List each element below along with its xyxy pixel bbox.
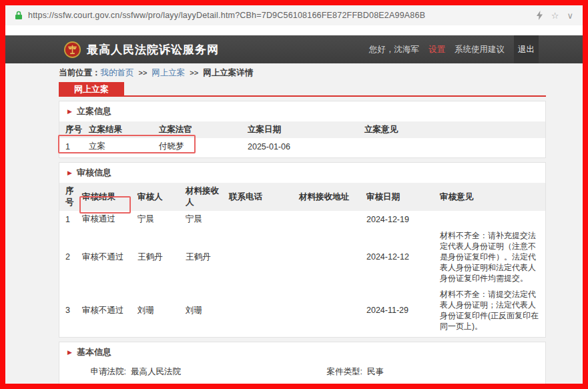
col-seq: 序号	[59, 121, 89, 138]
col-filing-date: 立案日期	[248, 121, 364, 138]
breadcrumb-separator: >>	[139, 69, 148, 77]
col-review-opinion: 审核意见	[440, 183, 545, 211]
col-review-date: 审核日期	[366, 183, 440, 211]
col-material-address: 材料接收地址	[299, 183, 366, 211]
url-field[interactable]: https://ssfw.court.gov.cn/ssfww/pro/layy…	[28, 11, 536, 20]
section-title-text: 审核信息	[77, 167, 111, 179]
field-value: 最高人民法院	[131, 366, 181, 378]
cell-material-receiver: 刘珊	[186, 286, 229, 334]
page-body: 当前位置： 我的首页 >> 网上立案 >> 网上立案详情 网上立案 ▶ 立案信息	[5, 63, 583, 389]
field-apply-court: 申请法院: 最高人民法院	[59, 366, 302, 378]
screenshot-frame: https://ssfw.court.gov.cn/ssfww/pro/layy…	[0, 0, 588, 389]
cell-review-result: 审核不通过	[82, 228, 137, 286]
table-row: 3 审核不通过 刘珊 刘珊 2024-11-29 材料不齐全：请提交法定代表人身…	[59, 286, 545, 334]
breadcrumb-separator: >>	[190, 69, 198, 77]
filing-section-title: ▶ 立案信息	[59, 101, 545, 121]
cell-review-opinion: 材料不齐全：请提交法定代表人身份证明；法定代表人身份证复印件(正反面复印在同一页…	[440, 286, 545, 334]
field-value: 是	[131, 386, 139, 389]
chevron-down-icon[interactable]: ∨	[567, 11, 573, 20]
cell-material-receiver: 宁晨	[186, 211, 229, 228]
review-section-title: ▶ 审核信息	[59, 163, 545, 183]
cell-review-date: 2024-12-12	[366, 228, 440, 286]
cell-seq: 1	[59, 211, 82, 228]
cell-review-opinion: 材料不齐全：请补充提交法定代表人身份证明（注意不是身份证复印件）。法定代表人身份…	[440, 228, 545, 286]
cell-review-opinion	[440, 211, 545, 228]
breadcrumb-label: 当前位置：	[59, 67, 101, 79]
field-label: 是否环资:	[302, 386, 362, 389]
col-filing-judge: 立案法官	[159, 121, 248, 138]
cell-filing-judge: 付晓梦	[159, 138, 248, 155]
basic-info-panel: ▶ 基本信息 申请法院: 最高人民法院 案件类型: 民事 是否知识产权:	[59, 342, 546, 389]
site-header: 最高人民法院诉讼服务网 您好，沈海军 设置 系统使用建议 退出	[5, 35, 583, 63]
section-title-text: 立案信息	[77, 105, 111, 117]
review-info-panel: ▶ 审核信息 序号 审核结果 审核人 材料接收人 联系电话 材料接收地址 审核日…	[59, 162, 546, 338]
cell-phone	[229, 286, 299, 334]
logout-button[interactable]: 退出	[514, 35, 539, 63]
cell-phone	[229, 228, 299, 286]
cell-review-date: 2024-12-19	[366, 211, 440, 228]
bookmark-star-icon[interactable]: ☆	[551, 11, 559, 20]
col-material-receiver: 材料接收人	[186, 183, 229, 211]
filing-header-row: 序号 立案结果 立案法官 立案日期 立案意见	[59, 121, 545, 138]
breadcrumb: 当前位置： 我的首页 >> 网上立案 >> 网上立案详情	[5, 63, 583, 82]
col-review-result: 审核结果	[82, 183, 137, 211]
filing-info-panel: ▶ 立案信息 序号 立案结果 立案法官 立案日期 立案意见 1 立案	[59, 101, 546, 158]
basic-section-title: ▶ 基本信息	[59, 342, 545, 362]
review-table: 序号 审核结果 审核人 材料接收人 联系电话 材料接收地址 审核日期 审核意见 …	[59, 183, 545, 334]
filing-table: 序号 立案结果 立案法官 立案日期 立案意见 1 立案 付晓梦 2025-01-…	[59, 121, 545, 155]
cell-phone	[229, 211, 299, 228]
cell-material-address	[299, 286, 366, 334]
col-filing-opinion: 立案意见	[364, 121, 545, 138]
field-ip-case: 是否知识产权: 是	[59, 386, 302, 389]
feedback-link[interactable]: 系统使用建议	[455, 44, 505, 55]
court-emblem-logo	[63, 41, 81, 59]
cell-review-result: 审核不通过	[82, 286, 137, 334]
cell-review-date: 2024-11-29	[366, 286, 440, 334]
browser-address-bar: https://ssfw.court.gov.cn/ssfww/pro/layy…	[5, 5, 583, 25]
section-marker-icon: ▶	[67, 170, 72, 176]
cell-seq: 3	[59, 286, 82, 334]
field-label: 申请法院:	[59, 366, 126, 378]
cell-reviewer: 王鹤丹	[137, 228, 186, 286]
table-row: 2 审核不通过 王鹤丹 王鹤丹 2024-12-12 材料不齐全：请补充提交法定…	[59, 228, 545, 286]
site-title: 最高人民法院诉讼服务网	[87, 42, 219, 57]
cell-material-address	[299, 211, 366, 228]
user-greeting: 您好，沈海军	[369, 44, 419, 55]
cell-material-address	[299, 228, 366, 286]
tab-bar: 网上立案	[59, 82, 546, 97]
review-header-row: 序号 审核结果 审核人 材料接收人 联系电话 材料接收地址 审核日期 审核意见	[59, 183, 545, 211]
cell-reviewer: 刘珊	[137, 286, 186, 334]
flash-icon[interactable]	[536, 11, 543, 20]
cell-filing-result: 立案	[89, 138, 159, 155]
cell-seq: 1	[59, 138, 89, 155]
col-seq: 序号	[59, 183, 82, 211]
field-label: 案件类型:	[302, 366, 362, 378]
settings-link[interactable]: 设置	[428, 44, 445, 55]
tab-online-filing[interactable]: 网上立案	[59, 82, 124, 97]
col-phone: 联系电话	[229, 183, 299, 211]
field-environment-case: 是否环资: 否	[302, 386, 545, 389]
cell-review-result: 审核通过	[82, 211, 137, 228]
field-case-type: 案件类型: 民事	[302, 366, 545, 378]
section-title-text: 基本信息	[77, 346, 111, 358]
section-marker-icon: ▶	[67, 109, 72, 115]
cell-material-receiver: 王鹤丹	[186, 228, 229, 286]
breadcrumb-filing-link[interactable]: 网上立案	[152, 67, 185, 79]
cell-seq: 2	[59, 228, 82, 286]
breadcrumb-current: 网上立案详情	[203, 67, 253, 79]
field-value: 民事	[367, 366, 384, 378]
field-label: 是否知识产权:	[59, 386, 126, 389]
section-marker-icon: ▶	[67, 350, 72, 356]
col-filing-result: 立案结果	[89, 121, 159, 138]
page-top-spacer	[5, 25, 583, 35]
field-value: 否	[367, 386, 376, 389]
breadcrumb-home-link[interactable]: 我的首页	[101, 67, 134, 79]
ssl-lock-icon	[15, 11, 23, 20]
col-reviewer: 审核人	[137, 183, 186, 211]
cell-reviewer: 宁晨	[137, 211, 186, 228]
basic-field-row: 申请法院: 最高人民法院 案件类型: 民事	[59, 362, 545, 382]
table-row: 1 审核通过 宁晨 宁晨 2024-12-19	[59, 211, 545, 228]
basic-field-row: 是否知识产权: 是 是否环资: 否	[59, 382, 545, 389]
table-row: 1 立案 付晓梦 2025-01-06	[59, 138, 545, 155]
cell-filing-opinion	[364, 138, 545, 155]
